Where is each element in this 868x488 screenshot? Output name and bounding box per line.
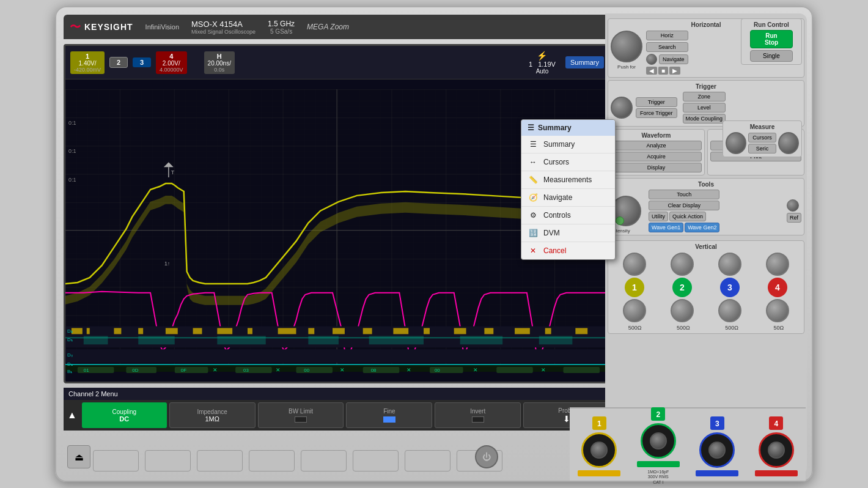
softkey-2[interactable]	[145, 450, 191, 471]
svg-text:0:1: 0:1	[68, 177, 76, 183]
softkey-6[interactable]	[353, 450, 399, 471]
softkey-5[interactable]	[301, 450, 347, 471]
power-button[interactable]: ⏻	[475, 445, 498, 468]
ch3-vert-pos-knob[interactable]	[718, 299, 741, 322]
wave-gen2-button[interactable]: Wave Gen2	[685, 223, 719, 232]
ch3-badge[interactable]: 3	[133, 57, 151, 67]
svg-rect-14	[138, 328, 143, 334]
ch1-vert-pos-knob[interactable]	[623, 299, 646, 322]
trig-val: 1 1.19V	[529, 61, 556, 68]
trigger-button[interactable]: Trigger	[636, 97, 677, 107]
menu-item-dvm[interactable]: 🔢 DVM	[521, 224, 615, 242]
logo-mark: 〜	[70, 20, 81, 34]
waveform-section-label: Waveform	[611, 132, 702, 139]
ch4-ohm: 50Ω	[774, 325, 784, 331]
eject-button[interactable]: ⏏	[67, 445, 90, 468]
horiz-button[interactable]: Horiz	[646, 31, 688, 40]
cursors-button[interactable]: Cursors	[748, 133, 776, 142]
ch-menu-nav-up[interactable]: ▲	[64, 410, 81, 421]
navigate-btn[interactable]: Navigate	[659, 54, 688, 64]
horiz-time: 20.00ns/	[208, 60, 231, 67]
ch1-offset: -420.00mV	[74, 67, 101, 73]
measure-knob2[interactable]	[778, 132, 799, 154]
dvm-icon: 🔢	[528, 229, 539, 237]
coupling-button[interactable]: Coupling DC	[82, 402, 167, 428]
menu-item-summary[interactable]: ☰ Summary	[521, 136, 615, 153]
ch4-badge[interactable]: 4 2.00V/ 4.00000V	[156, 51, 187, 74]
svg-text:T: T	[171, 169, 175, 176]
ch1-volt: 1.40V/	[79, 60, 97, 67]
measurements-icon: 📏	[528, 176, 539, 184]
ch1-vert-label: 1	[632, 283, 637, 292]
measure-knob[interactable]	[726, 132, 746, 154]
trigger-knob[interactable]	[611, 97, 633, 119]
ref-knob[interactable]	[787, 199, 799, 212]
analyze-button[interactable]: Analyze	[611, 141, 702, 150]
run-stop-button[interactable]: RunStop	[750, 30, 793, 48]
mode-coupling-button[interactable]: Mode Coupling	[683, 114, 726, 124]
seric-button[interactable]: Seric	[748, 144, 776, 153]
ch1-vert-button[interactable]: 1	[625, 278, 644, 297]
ref-button[interactable]: Ref	[787, 213, 801, 223]
ch2-vert-label: 2	[680, 283, 685, 292]
svg-text:0:1: 0:1	[68, 148, 76, 154]
ch4-vert-pos-knob[interactable]	[766, 299, 789, 322]
ch2-vert-button[interactable]: 2	[672, 278, 692, 297]
quick-action-button[interactable]: Quick Action	[669, 212, 706, 221]
ch2-badge[interactable]: 2	[109, 57, 128, 68]
menu-item-measurements[interactable]: 📏 Measurements	[521, 171, 615, 189]
single-button[interactable]: Single	[750, 50, 793, 62]
logo-text: KEYSIGHT	[84, 22, 133, 32]
port-3-connector[interactable]	[699, 432, 735, 468]
menu-summary-label: Summary	[543, 140, 575, 149]
ch4-vert-scale-knob[interactable]	[766, 253, 789, 276]
wave-gen1-button[interactable]: Wave Gen1	[649, 223, 683, 232]
utility-button[interactable]: Utility	[649, 212, 668, 221]
menu-item-cursors[interactable]: ↔ Cursors	[521, 153, 615, 171]
impedance-button[interactable]: Impedance 1MΩ	[169, 402, 256, 428]
clear-display-button[interactable]: Clear Display	[649, 201, 719, 210]
softkey-4[interactable]	[249, 450, 295, 471]
softkey-7[interactable]	[405, 450, 451, 471]
summary-button[interactable]: Summary	[565, 56, 604, 68]
touch-button[interactable]: Touch	[649, 190, 719, 199]
svg-rect-26	[484, 328, 493, 334]
softkey-3[interactable]	[197, 450, 243, 471]
acquire-button[interactable]: Acquire	[611, 152, 702, 161]
menu-list-icon: ☰	[528, 124, 534, 132]
fine-button[interactable]: Fine	[346, 402, 432, 428]
ch2-vert-scale-knob[interactable]	[671, 253, 694, 276]
port-4-connector[interactable]	[759, 432, 794, 468]
nav-left-button[interactable]: ◀	[646, 67, 657, 75]
softkey-1[interactable]	[93, 450, 139, 471]
svg-text:00: 00	[304, 368, 309, 373]
menu-item-controls[interactable]: ⚙ Controls	[521, 207, 615, 224]
ch2-vert-pos-knob[interactable]	[671, 299, 694, 322]
bwlimit-button[interactable]: BW Limit	[258, 402, 344, 428]
cancel-icon: ✕	[528, 246, 539, 255]
ch4-vert-button[interactable]: 4	[768, 278, 787, 297]
svg-rect-34	[308, 336, 339, 344]
force-trigger-button[interactable]: Force Trigger	[636, 108, 677, 118]
port-3-group: 3	[696, 416, 738, 476]
svg-rect-9	[65, 349, 609, 363]
ch3-vert-scale-knob[interactable]	[718, 253, 741, 276]
horizontal-knob[interactable]	[611, 31, 642, 62]
zone-button[interactable]: Zone	[683, 92, 726, 102]
horiz-scroll-knob[interactable]	[646, 54, 657, 65]
search-button[interactable]: Search	[646, 42, 688, 52]
ch3-vert-button[interactable]: 3	[720, 278, 740, 297]
ch1-vert-scale-knob[interactable]	[623, 253, 646, 276]
nav-right-button[interactable]: ▶	[669, 67, 680, 75]
nav-stop-button[interactable]: ■	[658, 67, 668, 75]
menu-item-cancel[interactable]: ✕ Cancel	[521, 242, 615, 259]
keysight-logo: 〜 KEYSIGHT	[70, 20, 133, 34]
invert-button[interactable]: Invert	[435, 402, 521, 428]
port-2-connector[interactable]	[641, 423, 676, 459]
display-button[interactable]: Display	[611, 163, 702, 172]
ch-horiz-badge[interactable]: H 20.00ns/ 0.0s	[204, 51, 235, 74]
menu-item-navigate[interactable]: 🧭 Navigate	[521, 189, 615, 207]
level-button[interactable]: Level	[683, 103, 726, 113]
ch1-badge[interactable]: 1 1.40V/ -420.00mV	[70, 51, 105, 74]
port-1-connector[interactable]	[581, 432, 617, 468]
